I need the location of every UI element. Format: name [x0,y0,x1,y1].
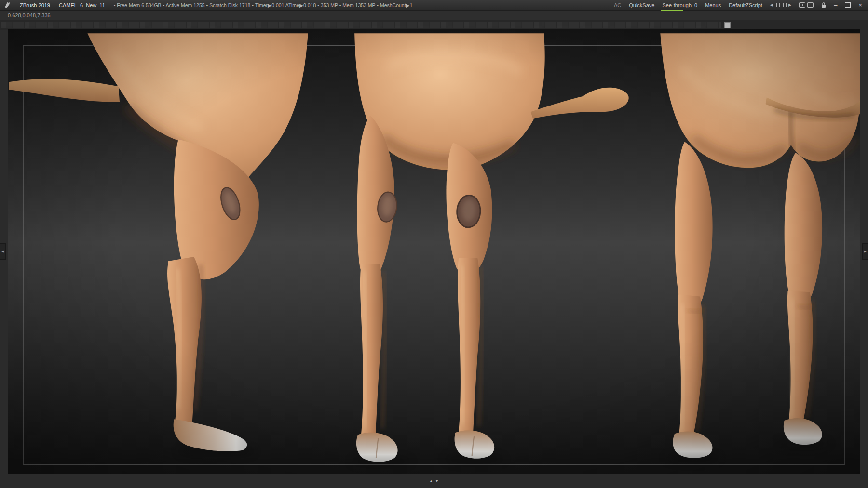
info-bar: 0.628,0.048,7.336 [0,11,868,21]
see-through-value: 0 [694,2,697,8]
divider-bars-icon [782,3,787,7]
left-tray-handle[interactable]: ◀ [0,243,6,260]
titlebar: ZBrush 2019 CAMEL_6_New_11 • Free Mem 6.… [0,0,868,11]
cursor-coordinates: 0.628,0.048,7.336 [8,13,51,18]
camel-sculpt-render[interactable] [8,29,860,474]
right-tray-handle[interactable]: ▶ [862,243,868,260]
ac-button[interactable]: AC [614,2,621,8]
bottom-tray-toggle[interactable]: ▲ ▼ [429,479,439,483]
palette-undock-icon[interactable] [807,2,814,8]
maximize-button[interactable] [845,2,851,8]
close-button[interactable]: × [858,2,862,8]
default-zscript-button[interactable]: DefaultZScript [729,2,762,8]
camel-view-front [354,33,629,462]
camel-view-side [9,33,308,451]
bottom-bar: ▲ ▼ [0,474,868,488]
camel-view-back [660,33,860,458]
app-title: ZBrush 2019 [20,2,50,8]
scroll-down-icon[interactable]: ▼ [435,479,439,483]
zbrush-logo-icon [4,1,11,9]
palette-dock-icon[interactable] [799,2,805,8]
scroll-right-icon[interactable]: ▶ [788,3,791,7]
titlebar-right-controls: AC QuickSave See-through 0 Menus Default… [614,2,864,8]
minimized-tray-strip[interactable] [1,22,721,28]
bottom-divider-line [444,481,469,481]
minimize-button[interactable]: – [834,2,837,8]
see-through-slider[interactable]: See-through 0 [662,2,697,8]
scroll-left-icon[interactable]: ◀ [770,3,773,7]
lock-icon[interactable] [821,2,826,8]
scroll-up-icon[interactable]: ▲ [429,479,433,483]
see-through-label: See-through [662,2,692,8]
menus-button[interactable]: Menus [705,2,721,8]
floor-shadows [177,439,830,466]
divider-bars-icon [775,3,780,7]
toolbar-slider-handle[interactable] [724,22,731,28]
bottom-divider-line [399,481,424,481]
memory-stats: • Free Mem 6.534GB • Active Mem 1255 • S… [114,2,413,8]
right-tray-arrow-icon: ▶ [864,250,866,253]
viewport-canvas[interactable] [8,29,860,474]
quicksave-button[interactable]: QuickSave [629,2,654,8]
left-tray-arrow-icon: ◀ [1,250,4,253]
document-name: CAMEL_6_New_11 [59,2,105,8]
